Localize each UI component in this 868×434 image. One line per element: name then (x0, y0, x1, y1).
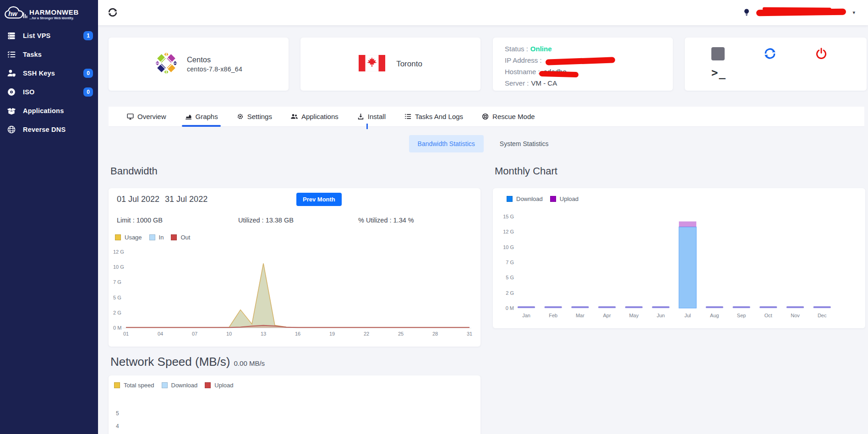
globe-icon (7, 125, 18, 134)
sidebar-item-label: SSH Keys (23, 70, 55, 77)
tab-settings[interactable]: Settings (236, 107, 272, 126)
svg-text:12 G: 12 G (503, 229, 514, 234)
tab-label: Graphs (196, 113, 218, 120)
network-speed-current: 0.00 MB/s (234, 359, 265, 367)
console-button[interactable]: >_ (711, 66, 767, 79)
sidebar-item-label: Reverse DNS (23, 126, 66, 133)
bandwidth-legend: UsageInOut (115, 234, 190, 241)
svg-text:12 G: 12 G (113, 249, 124, 255)
svg-text:Aug: Aug (710, 313, 719, 318)
svg-text:15 G: 15 G (503, 214, 514, 219)
legend-item-upload[interactable]: Upload (205, 382, 233, 389)
svg-text:May: May (629, 313, 639, 318)
legend-label: Upload (560, 195, 579, 202)
location-card: Toronto (300, 38, 480, 91)
tab-label: Tasks And Logs (415, 113, 463, 120)
svg-text:Oct: Oct (764, 313, 772, 318)
os-card: Centos centos-7.8-x86_64 (109, 38, 289, 91)
svg-text:31: 31 (467, 331, 472, 336)
os-template: centos-7.8-x86_64 (187, 65, 242, 73)
ip-line: IP Address : (505, 54, 673, 66)
sidebar-item-tasks[interactable]: Tasks (0, 45, 98, 64)
lifering-icon (481, 113, 489, 120)
legend-item-download[interactable]: Download (507, 195, 543, 202)
tab-label: Applications (301, 113, 338, 120)
brand-logo[interactable]: hw HARMONWEB ...for a Stronger Web Ident… (3, 2, 98, 26)
svg-text:7 G: 7 G (506, 260, 514, 265)
svg-text:01: 01 (123, 331, 129, 336)
legend-item-total-speed[interactable]: Total speed (114, 382, 154, 389)
monthly-chart: 15 G12 G10 G7 G5 G2 G0 MJanFebMarAprMayJ… (496, 206, 862, 325)
svg-text:07: 07 (192, 331, 197, 336)
legend-label: Out (180, 234, 190, 241)
power-button[interactable] (815, 47, 867, 60)
bandwidth-chart: 12 G10 G7 G5 G2 G0 M01040710131619222528… (112, 246, 473, 342)
status-line: Status :Online (505, 43, 673, 54)
network-speed-section-title: Network Speed (MB/s)0.00 MB/s (110, 355, 265, 369)
subtab-system-statistics[interactable]: System Statistics (491, 135, 557, 152)
legend-item-upload[interactable]: Upload (550, 195, 579, 202)
legend-swatch (149, 234, 155, 240)
cloud-logo-icon: hw (3, 3, 28, 24)
reboot-button[interactable] (763, 47, 815, 60)
status-card: Status :Online IP Address : Hostname :ad… (493, 38, 673, 91)
legend-swatch (171, 234, 177, 240)
sidebar-item-applications[interactable]: Applications (0, 101, 98, 120)
legend-item-out[interactable]: Out (171, 234, 190, 241)
chevron-down-icon: ▾ (852, 10, 855, 16)
legend-item-usage[interactable]: Usage (115, 234, 142, 241)
bandwidth-percent-utilized: % Utilized : 1.34 % (358, 217, 414, 224)
tab-applications[interactable]: Applications (290, 107, 338, 126)
tab-overview[interactable]: Overview (126, 107, 166, 126)
sidebar-item-label: ISO (23, 88, 35, 96)
svg-text:0 M: 0 M (506, 305, 514, 311)
stop-button[interactable] (711, 47, 763, 60)
user-shield-icon (7, 69, 18, 78)
redacted-ip (545, 57, 615, 65)
bandwidth-utilized: Utilized : 13.38 GB (238, 217, 294, 224)
count-badge: 1 (83, 31, 93, 40)
topbar: ▾ (98, 0, 868, 25)
sidebar-item-ssh-keys[interactable]: SSH Keys0 (0, 64, 98, 82)
sidebar-item-reverse-dns[interactable]: Reverse DNS (0, 120, 98, 139)
tab-graphs[interactable]: Graphs (185, 107, 218, 126)
svg-text:5 G: 5 G (113, 295, 121, 300)
legend-item-in[interactable]: In (149, 234, 164, 241)
network-speed-legend: Total speedDownloadUpload (114, 382, 256, 389)
date-to: 31 Jul 2022 (165, 195, 207, 204)
sidebar-item-label: Tasks (23, 51, 42, 58)
users-icon (290, 113, 298, 120)
bandwidth-card: 01 Jul 202231 Jul 2022 Prev Month Limit … (109, 188, 480, 347)
sidebar-item-label: Applications (23, 107, 64, 114)
list-icon (404, 113, 412, 120)
svg-text:Mar: Mar (576, 313, 584, 318)
legend-swatch (115, 234, 121, 240)
svg-text:7 G: 7 G (113, 279, 121, 285)
svg-text:Nov: Nov (791, 313, 800, 318)
sidebar-item-list-vps[interactable]: List VPS1 (0, 26, 98, 45)
tabbar: OverviewGraphsSettingsApplicationsInstal… (109, 107, 864, 127)
status-badge: Online (530, 45, 552, 53)
prev-month-button[interactable]: Prev Month (296, 193, 342, 206)
legend-swatch (550, 196, 556, 202)
terminal-icon: >_ (711, 66, 726, 79)
tab-tasks-and-logs[interactable]: Tasks And Logs (404, 107, 463, 126)
svg-text:Dec: Dec (818, 313, 827, 318)
gear-icon (236, 113, 244, 120)
svg-text:19: 19 (329, 331, 335, 336)
sidebar-item-iso[interactable]: ISO0 (0, 82, 98, 101)
reboot-icon (763, 47, 777, 60)
legend-label: Upload (214, 382, 233, 389)
refresh-button[interactable] (107, 7, 118, 18)
legend-swatch (114, 382, 120, 388)
legend-item-download[interactable]: Download (162, 382, 198, 389)
redacted-username (756, 9, 846, 16)
svg-text:10 G: 10 G (113, 264, 124, 270)
monthly-legend: DownloadUpload (507, 195, 579, 202)
count-badge: 0 (83, 69, 93, 78)
axis-label: 4 (116, 423, 119, 429)
subtab-bandwidth-statistics[interactable]: Bandwidth Statistics (409, 135, 484, 152)
tab-rescue-mode[interactable]: Rescue Mode (481, 107, 535, 126)
user-menu[interactable]: ▾ (742, 5, 855, 19)
tab-install[interactable]: Install (357, 107, 386, 126)
